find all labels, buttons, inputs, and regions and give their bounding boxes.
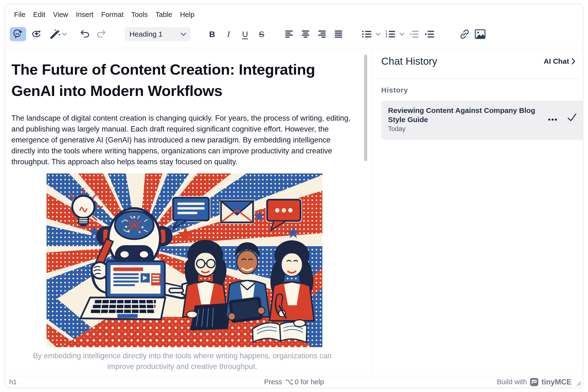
history-item-title: Reviewing Content Against Company Blog S…	[388, 106, 543, 124]
menu-tools[interactable]: Tools	[127, 9, 152, 20]
editor-window: File Edit View Insert Format Tools Table…	[5, 4, 583, 388]
history-item-date: Today	[388, 125, 405, 133]
menu-view[interactable]: View	[49, 9, 72, 20]
branding-name: tinyMCE	[541, 378, 571, 386]
svg-text:3: 3	[386, 35, 387, 38]
italic-button[interactable]: I	[221, 27, 236, 41]
italic-label: I	[227, 30, 230, 39]
menu-help[interactable]: Help	[176, 9, 198, 20]
document-illustration[interactable]	[47, 174, 322, 347]
menu-edit[interactable]: Edit	[29, 9, 49, 20]
tinymce-branding[interactable]: Build with tinyMCE	[497, 378, 571, 386]
underline-label: U	[242, 30, 248, 39]
link-icon	[459, 29, 470, 40]
check-icon	[567, 112, 577, 122]
align-justify-icon	[334, 30, 343, 38]
menu-bar: File Edit View Insert Format Tools Table…	[10, 8, 198, 21]
ai-review-button[interactable]	[28, 27, 45, 41]
help-suffix: 0 for help	[295, 378, 324, 386]
history-item[interactable]: Reviewing Content Against Company Blog S…	[381, 100, 583, 140]
align-center-icon	[302, 30, 310, 38]
help-prefix: Press	[264, 378, 282, 386]
ai-review-icon	[31, 28, 42, 40]
numbered-list-icon: 1 2 3	[386, 30, 395, 38]
strikethrough-label: S	[259, 30, 264, 39]
status-bar: h1 Press 0 for help Build with tinyMCE	[5, 376, 583, 388]
numbered-list-options-button[interactable]	[398, 27, 406, 41]
align-left-button[interactable]	[282, 27, 297, 41]
ai-chat-link[interactable]: AI Chat	[544, 57, 575, 66]
align-center-button[interactable]	[298, 27, 313, 41]
menu-file[interactable]: File	[10, 9, 29, 20]
underline-button[interactable]: U	[238, 27, 253, 41]
align-right-icon	[318, 30, 326, 38]
ai-shortcuts-button[interactable]	[47, 27, 70, 41]
format-select[interactable]: Heading 1	[125, 27, 191, 41]
chevron-down-icon	[376, 33, 380, 36]
undo-icon	[80, 29, 91, 40]
resize-handle[interactable]	[576, 381, 581, 386]
chevron-down-icon	[62, 33, 67, 36]
indent-button[interactable]	[423, 27, 437, 41]
editor-canvas[interactable]: The Future of Content Creation: Integrat…	[5, 48, 371, 376]
insert-image-button[interactable]	[473, 27, 487, 41]
poster-image	[47, 174, 322, 347]
redo-button[interactable]	[94, 27, 108, 41]
outdent-button[interactable]	[407, 27, 421, 41]
tinymce-logo-icon	[530, 378, 538, 386]
bold-label: B	[209, 30, 215, 39]
history-section-label: History	[381, 86, 408, 94]
menu-format[interactable]: Format	[98, 9, 128, 20]
content-area: The Future of Content Creation: Integrat…	[5, 48, 583, 376]
svg-text:1: 1	[386, 30, 387, 33]
toolbar: Heading 1 B I U S	[5, 26, 583, 43]
document-heading[interactable]: The Future of Content Creation: Integrat…	[12, 59, 360, 102]
chat-history-panel: Chat History AI Chat History Reviewing C…	[372, 48, 583, 376]
redo-icon	[96, 29, 107, 40]
chevron-down-icon	[181, 33, 186, 36]
format-select-value: Heading 1	[129, 30, 181, 38]
strikethrough-button[interactable]: S	[254, 27, 269, 41]
menu-insert[interactable]: Insert	[72, 9, 98, 20]
help-shortcut-text: Press 0 for help	[5, 378, 583, 386]
panel-header-divider	[375, 78, 579, 79]
image-icon	[475, 29, 485, 39]
bullet-list-options-button[interactable]	[374, 27, 382, 41]
ai-chat-button[interactable]	[10, 27, 26, 41]
align-left-icon	[285, 30, 293, 38]
indent-icon	[425, 30, 434, 38]
branding-prefix: Build with	[497, 378, 527, 386]
link-button[interactable]	[458, 27, 472, 41]
bullet-list-button[interactable]	[360, 27, 374, 41]
image-caption[interactable]: By embedding intelligence directly into …	[20, 350, 345, 372]
history-item-menu-icon[interactable]: •••	[548, 116, 558, 124]
panel-title: Chat History	[381, 56, 544, 67]
undo-button[interactable]	[78, 27, 92, 41]
document-paragraph[interactable]: The landscape of digital content creatio…	[12, 113, 354, 167]
svg-text:2: 2	[386, 33, 387, 35]
numbered-list-button[interactable]: 1 2 3	[383, 27, 397, 41]
editor-scrollbar[interactable]	[364, 54, 367, 161]
align-right-button[interactable]	[315, 27, 330, 41]
chevron-right-icon	[571, 58, 575, 64]
ai-chat-link-label: AI Chat	[544, 57, 569, 66]
align-justify-button[interactable]	[331, 27, 346, 41]
magic-wand-icon	[50, 28, 61, 40]
bold-button[interactable]: B	[205, 27, 220, 41]
option-key-icon	[286, 379, 293, 385]
bullet-list-icon	[362, 30, 372, 38]
outdent-icon	[410, 30, 419, 38]
ai-chat-icon	[12, 28, 24, 40]
chevron-down-icon	[399, 33, 404, 36]
menu-table[interactable]: Table	[152, 9, 176, 20]
